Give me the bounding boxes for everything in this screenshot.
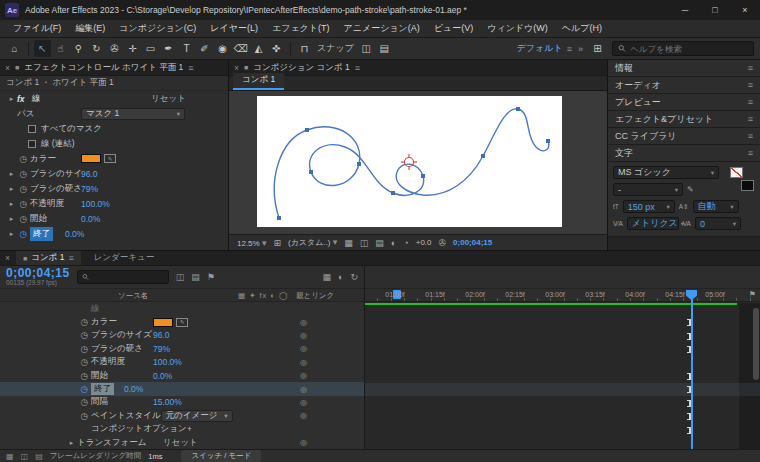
pick-whip-icon[interactable]: ◎ xyxy=(300,331,307,340)
eyedropper-icon[interactable]: ✎ xyxy=(104,154,116,163)
stopwatch-icon[interactable]: ◷ xyxy=(17,214,30,224)
property-label[interactable]: 不透明度 xyxy=(91,356,153,368)
panel-menu-icon[interactable]: ≡ xyxy=(748,63,753,73)
menu-layer[interactable]: レイヤー(L) xyxy=(203,22,265,35)
stopwatch-icon[interactable]: ◷ xyxy=(78,317,91,327)
property-value[interactable]: 0.0% xyxy=(81,214,100,224)
effect-name[interactable]: 線 xyxy=(32,93,41,105)
effect-group-row[interactable]: 線 xyxy=(0,302,364,315)
brush-tool-icon[interactable]: ✐ xyxy=(196,40,213,57)
snapshot-icon[interactable]: ✇ xyxy=(439,238,447,248)
property-label[interactable]: 開始 xyxy=(91,370,153,382)
compositing-options-row[interactable]: コンポジットオプション + xyxy=(0,423,364,436)
menu-animation[interactable]: アニメーション(A) xyxy=(337,22,427,35)
timeline-track-area[interactable]: 01:00f 01:15f 02:00f 02:15f 03:00f 03:15… xyxy=(365,266,760,449)
draft-3d-icon[interactable]: ▤ xyxy=(191,272,200,282)
eyedropper-icon[interactable]: ✎ xyxy=(687,185,694,194)
fill-stroke-swatches[interactable] xyxy=(730,167,754,191)
font-family-select[interactable]: MS ゴシック ▾ xyxy=(613,166,719,179)
stopwatch-icon[interactable]: ◷ xyxy=(78,344,91,354)
snap-icon[interactable]: ⊓ xyxy=(296,40,313,57)
rotation-tool-icon[interactable]: ✛ xyxy=(124,40,141,57)
viewer-tab-comp1[interactable]: コンポ 1 xyxy=(233,73,284,90)
mask-visibility-icon[interactable]: ◫ xyxy=(360,238,369,248)
stopwatch-icon[interactable]: ◷ xyxy=(17,169,30,179)
panel-header-effects-presets[interactable]: エフェクト&プリセット ≡ xyxy=(608,111,760,128)
property-label[interactable]: 間隔 xyxy=(91,396,153,408)
panel-menu-icon[interactable]: ≡ xyxy=(748,148,753,158)
end-row-selected[interactable]: ◷ 終了 0.0% ◎ xyxy=(0,382,364,395)
resolution-select[interactable]: (カスタム..) ▾ xyxy=(288,237,337,248)
panel-menu-icon[interactable]: ≡ xyxy=(748,114,753,124)
menu-effect[interactable]: エフェクト(T) xyxy=(265,22,337,35)
menu-view[interactable]: ビュー(V) xyxy=(427,22,480,35)
menu-help[interactable]: ヘルプ(H) xyxy=(555,22,609,35)
effect-header-row[interactable]: ▸ fx 線 リセット xyxy=(0,91,228,106)
marker-icon[interactable]: ⚑ xyxy=(207,272,215,282)
shape-tool-icon[interactable]: ▭ xyxy=(142,40,159,57)
reset-button[interactable]: リセット xyxy=(163,437,198,449)
property-label[interactable]: ペイントスタイル xyxy=(91,410,161,422)
property-value[interactable]: 0.0% xyxy=(153,371,172,381)
property-value[interactable]: 15.00% xyxy=(153,397,182,407)
timeline-tab-comp1[interactable]: ■ コンポ 1 ≡ xyxy=(16,251,81,265)
effect-group-label[interactable]: 線 xyxy=(91,303,153,315)
pick-whip-icon[interactable]: ◎ xyxy=(300,411,307,420)
composition-mini-flowchart-icon[interactable]: ◫ xyxy=(176,272,185,282)
panel-menu-icon[interactable]: ≡ xyxy=(748,131,753,141)
twirl-icon[interactable]: ▸ xyxy=(6,215,17,223)
selection-tool-icon[interactable]: ↖ xyxy=(34,40,51,57)
property-value[interactable]: 0.0% xyxy=(124,384,143,394)
property-value[interactable]: 79% xyxy=(153,344,170,354)
stroke-sequentially-checkbox[interactable] xyxy=(28,140,36,148)
timeline-timecode[interactable]: 0;00;04;15 xyxy=(6,267,70,279)
exposure-value[interactable]: +0.0 xyxy=(416,238,432,247)
expand-transfer-pane-icon[interactable]: ◫ xyxy=(21,452,29,461)
pick-whip-icon[interactable]: ◎ xyxy=(300,398,307,407)
panel-menu-icon[interactable]: ≡ xyxy=(188,63,193,73)
panel-header-cc-libraries[interactable]: CC ライブラリ ≡ xyxy=(608,128,760,145)
current-time-display[interactable]: 0;00;04;15 00135 (29.97 fps) xyxy=(6,267,70,287)
stopwatch-icon[interactable]: ◷ xyxy=(78,330,91,340)
grid-guides-icon[interactable]: ⊞ xyxy=(273,238,281,248)
switches-modes-toggle[interactable]: スイッチ / モード xyxy=(181,450,261,462)
property-value[interactable]: 100.0% xyxy=(81,199,110,209)
property-label[interactable]: コンポジットオプション xyxy=(91,423,187,435)
brush-size-row[interactable]: ◷ ブラシのサイズ 96.0 ◎ xyxy=(0,329,364,342)
zoom-tool-icon[interactable]: ⚲ xyxy=(70,40,87,57)
property-label-selected[interactable]: 終了 xyxy=(30,227,53,241)
stopwatch-icon[interactable]: ◷ xyxy=(78,371,91,381)
start-row[interactable]: ◷ 開始 0.0% ◎ xyxy=(0,369,364,382)
panel-close-icon[interactable]: × xyxy=(234,63,239,73)
pick-whip-icon[interactable]: ◎ xyxy=(300,385,307,394)
help-search[interactable] xyxy=(612,41,754,56)
channel-icon[interactable]: ◐ xyxy=(391,238,396,248)
group-label[interactable]: トランスフォーム xyxy=(77,437,163,449)
menu-window[interactable]: ウィンドウ(W) xyxy=(480,22,555,35)
pen-tool-icon[interactable]: ✒ xyxy=(160,40,177,57)
eyedropper-icon[interactable]: ✎ xyxy=(176,318,188,327)
menu-file[interactable]: ファイル(F) xyxy=(6,22,68,35)
path-select[interactable]: マスク 1 ▾ xyxy=(81,108,185,120)
render-queue-tab[interactable]: レンダーキュー xyxy=(87,252,162,264)
workspace-bar-icon[interactable]: ⊞ xyxy=(589,40,606,57)
font-size-select[interactable]: 150 px ▾ xyxy=(623,200,675,213)
font-style-select[interactable]: - ▾ xyxy=(613,183,683,196)
color-swatch[interactable] xyxy=(81,154,101,163)
twirl-icon[interactable]: ▸ xyxy=(6,185,17,193)
property-label-selected[interactable]: 終了 xyxy=(91,383,114,395)
transform-group-row[interactable]: ▸ トランスフォーム リセット ◎ xyxy=(0,436,364,449)
snap-option-icon-2[interactable]: ▤ xyxy=(376,40,393,57)
paint-style-row[interactable]: ◷ ペイントスタイル 元のイメージ ▾ ◎ xyxy=(0,409,364,422)
eraser-tool-icon[interactable]: ⌫ xyxy=(232,40,249,57)
composition-tab[interactable]: コンポジション コンポ 1 xyxy=(253,62,349,74)
reset-button[interactable]: リセット xyxy=(151,93,186,105)
minimize-button[interactable]: ─ xyxy=(670,0,700,20)
maximize-button[interactable]: □ xyxy=(700,0,730,20)
motion-blur-icon[interactable]: ◐ xyxy=(338,272,343,282)
clone-stamp-tool-icon[interactable]: ◉ xyxy=(214,40,231,57)
orbit-tool-icon[interactable]: ↻ xyxy=(88,40,105,57)
pick-whip-icon[interactable]: ◎ xyxy=(300,371,307,380)
panel-header-audio[interactable]: オーディオ ≡ xyxy=(608,77,760,94)
roto-brush-tool-icon[interactable]: ◭ xyxy=(250,40,267,57)
